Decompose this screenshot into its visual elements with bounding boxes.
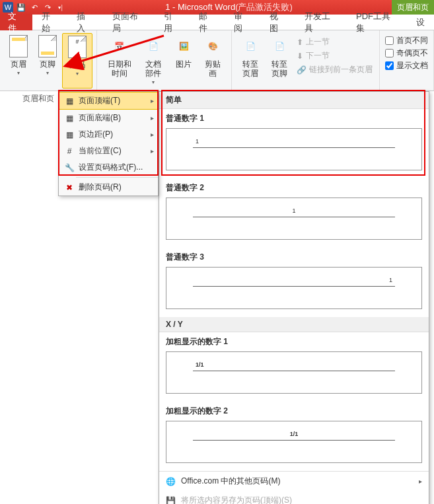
menu-current-pos[interactable]: # 当前位置(C) ▸: [59, 143, 158, 159]
link-prev-button: 🔗链接到前一条页眉: [295, 63, 374, 76]
goto-footer-button[interactable]: 📄 转至页脚: [265, 33, 294, 89]
menu-page-bottom[interactable]: ▦ 页面底端(B) ▸: [59, 110, 158, 126]
nav-small-buttons: ⬆上一节 ⬇下一节 🔗链接到前一条页眉: [294, 33, 375, 79]
goto-header-label: 转至页眉: [240, 59, 261, 78]
menu-page-margin-label: 页边距(P): [79, 129, 113, 140]
menu-page-bottom-label: 页面底端(B): [79, 112, 121, 124]
menu-remove-label: 删除页码(R): [79, 182, 122, 193]
first-page-diff-checkbox[interactable]: 首页不同: [384, 34, 429, 47]
gallery-section-xy: X / Y: [159, 317, 429, 332]
gallery-footer: 🌐 Office.com 中的其他页码(M) ▸ 💾 将所选内容另存为页码(顶端…: [159, 471, 429, 504]
tab-design[interactable]: 设: [407, 14, 434, 31]
picture-label: 图片: [176, 59, 192, 69]
goto-header-icon: 📄: [240, 34, 261, 58]
footer-icon: [37, 34, 58, 58]
pagenum-dropdown-menu: ▦ 页面顶端(T) ▸ ▦ 页面底端(B) ▸ ▦ 页边距(P) ▸ # 当前位…: [58, 91, 159, 196]
menu-current-label: 当前位置(C): [79, 145, 122, 157]
gallery-item-1[interactable]: 1: [166, 128, 422, 170]
prev-label: 上一节: [306, 36, 330, 48]
show-doc-checkbox[interactable]: 显示文档: [384, 59, 429, 72]
submenu-arrow-icon: ▸: [151, 131, 154, 138]
header-label: 页眉: [11, 59, 26, 69]
format-icon: 🔧: [63, 163, 76, 172]
datetime-icon: 📅: [109, 34, 130, 58]
odd-even-checkbox[interactable]: 奇偶页不: [384, 47, 429, 59]
gallery-item-label-1: 普通数字 1: [159, 109, 429, 126]
down-arrow-icon: ⬇: [297, 52, 303, 61]
gallery-item-3[interactable]: 1: [166, 267, 422, 309]
menu-format-pagenum[interactable]: 🔧 设置页码格式(F)...: [59, 159, 158, 176]
gallery-save-label: 将所选内容另存为页码(顶端)(S): [181, 495, 292, 504]
header-icon: [8, 34, 29, 58]
page-margin-icon: ▦: [63, 130, 76, 139]
submenu-arrow-icon: ▸: [151, 147, 154, 155]
gallery-office-more[interactable]: 🌐 Office.com 中的其他页码(M) ▸: [159, 472, 429, 491]
next-section-button: ⬇下一节: [295, 50, 374, 62]
file-tab[interactable]: 文件: [0, 15, 32, 30]
odd-even-label: 奇偶页不: [396, 48, 428, 59]
datetime-label: 日期和时间: [105, 59, 134, 78]
menu-page-top[interactable]: ▦ 页面顶端(T) ▸: [59, 92, 158, 110]
ribbon-group-insert: 📅 日期和时间 📄 文档部件 ▾ 🖼️ 图片 🎨 剪贴画: [97, 30, 232, 90]
footer-button[interactable]: 页脚 ▾: [33, 33, 62, 89]
gallery-item-label-2: 普通数字 2: [159, 178, 429, 195]
remove-icon: ✖: [63, 183, 76, 192]
link-prev-label: 链接到前一条页眉: [309, 64, 373, 75]
office-icon: 🌐: [166, 477, 176, 486]
first-diff-label: 首页不同: [396, 35, 428, 46]
show-doc-label: 显示文档: [396, 60, 428, 71]
submenu-arrow-icon: ▸: [151, 114, 154, 122]
gallery-section-simple: 简单: [159, 92, 429, 109]
goto-footer-label: 转至页脚: [269, 59, 290, 78]
hf-group-label: 页眉和页: [22, 93, 54, 104]
goto-footer-icon: 📄: [269, 34, 290, 58]
clipart-icon: 🎨: [202, 34, 223, 58]
docparts-label: 文档部件: [142, 59, 165, 78]
dropdown-icon: ▾: [76, 71, 79, 77]
pagenum-button[interactable]: # 页码 ▾: [62, 33, 92, 89]
submenu-arrow-icon: ▸: [419, 478, 422, 485]
gallery-item-2[interactable]: 1: [166, 198, 422, 240]
gallery-scroll[interactable]: 简单 普通数字 1 1 普通数字 2 1 普通数字 3 1 X / Y 加粗显示…: [159, 92, 429, 471]
pagenum-gallery: 简单 普通数字 1 1 普通数字 2 1 普通数字 3 1 X / Y 加粗显示…: [159, 91, 429, 504]
menu-separator: [76, 177, 158, 178]
menu-remove-pagenum[interactable]: ✖ 删除页码(R): [59, 179, 158, 196]
gallery-item-5[interactable]: 1/1: [166, 421, 422, 463]
current-pos-icon: #: [63, 147, 76, 156]
menu-page-margin[interactable]: ▦ 页边距(P) ▸: [59, 126, 158, 143]
ribbon: 页眉 ▾ 页脚 ▾ # 页码 ▾ 📅 日期和时间 📄 文档部件 ▾ 🖼️ 图片: [0, 30, 434, 91]
menu-format-label: 设置页码格式(F)...: [79, 162, 143, 173]
gallery-save-selection: 💾 将所选内容另存为页码(顶端)(S): [159, 491, 429, 504]
menu-bar: 文件 开始 插入 页面布局 引用 邮件 审阅 视图 开发工具 PDF工具集 设: [0, 15, 434, 30]
gallery-item-label-3: 普通数字 3: [159, 248, 429, 264]
dropdown-icon: ▾: [17, 70, 20, 76]
page-top-icon: ▦: [63, 96, 76, 106]
pagenum-label: 页码: [69, 60, 85, 69]
dropdown-icon: ▾: [46, 70, 49, 76]
dropdown-icon: ▾: [152, 79, 155, 85]
link-icon: 🔗: [297, 65, 307, 75]
clipart-label: 剪贴画: [202, 59, 223, 78]
docparts-icon: 📄: [143, 34, 164, 58]
clipart-button[interactable]: 🎨 剪贴画: [198, 33, 227, 89]
gallery-item-4[interactable]: 1/1: [166, 351, 422, 394]
gallery-item-label-5: 加粗显示的数字 2: [159, 402, 429, 418]
ribbon-group-options: 首页不同 奇偶页不 显示文档: [380, 30, 434, 90]
save-selection-icon: 💾: [166, 496, 176, 505]
gallery-item-label-4: 加粗显示的数字 1: [159, 332, 429, 349]
submenu-arrow-icon: ▸: [151, 97, 154, 104]
checkbox-icon[interactable]: [385, 61, 394, 70]
picture-button[interactable]: 🖼️ 图片: [169, 33, 198, 89]
ribbon-group-nav: 📄 转至页眉 📄 转至页脚 ⬆上一节 ⬇下一节 🔗链接到前一条页眉: [232, 30, 380, 90]
checkbox-icon[interactable]: [385, 36, 394, 45]
footer-label: 页脚: [40, 59, 55, 69]
checkbox-icon[interactable]: [385, 49, 394, 57]
next-label: 下一节: [306, 50, 330, 61]
pagenum-icon: #: [67, 35, 88, 59]
header-button[interactable]: 页眉 ▾: [4, 33, 33, 89]
ribbon-group-hf: 页眉 ▾ 页脚 ▾ # 页码 ▾: [0, 30, 97, 90]
docparts-button[interactable]: 📄 文档部件 ▾: [138, 33, 169, 89]
up-arrow-icon: ⬆: [297, 38, 303, 47]
datetime-button[interactable]: 📅 日期和时间: [101, 33, 138, 89]
gallery-office-label: Office.com 中的其他页码(M): [181, 476, 280, 487]
